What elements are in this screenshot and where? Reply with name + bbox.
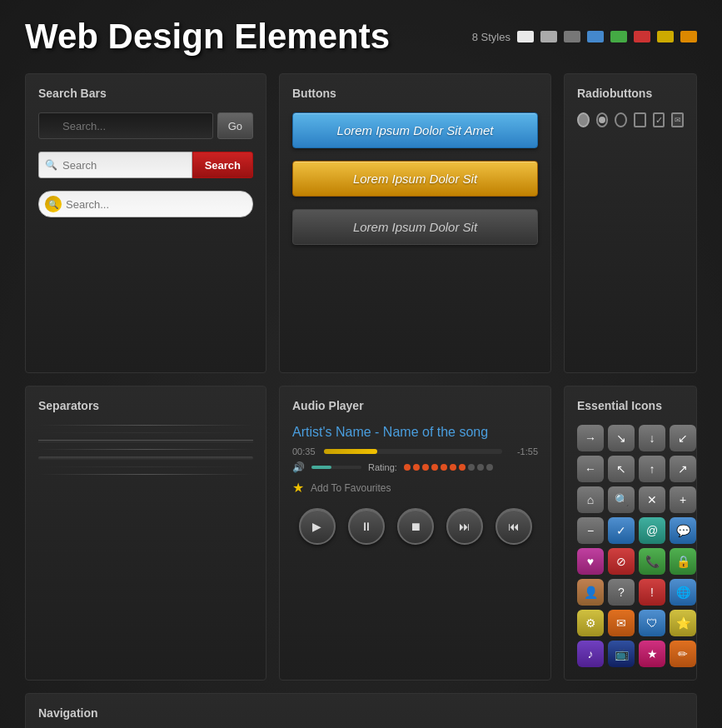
rating-dot-4	[431, 464, 438, 471]
user-icon[interactable]: 👤	[577, 579, 604, 606]
no-icon[interactable]: ⊘	[608, 548, 635, 575]
button-blue[interactable]: Lorem Ipsum Dolor Sit Amet	[292, 112, 538, 148]
player-controls: ▶ ⏸ ⏹ ⏭ ⏮	[292, 508, 538, 545]
header: Web Design Elements 8 Styles	[25, 17, 697, 57]
fav-icon[interactable]: ★	[639, 641, 665, 667]
progress-row: 00:35 -1:55	[292, 446, 538, 456]
artist-dash: -	[375, 425, 379, 439]
checkbox-empty[interactable]	[634, 112, 646, 127]
essential-icons-panel: Essential Icons → ↘ ↓ ↙ ← ↖ ↑ ↗ ⌂ 🔍 ✕ + …	[564, 386, 697, 681]
search-input-3-wrapper: 🔍	[38, 191, 253, 217]
separator-4	[38, 449, 253, 450]
arrow-up-left-icon[interactable]: ↖	[608, 456, 635, 482]
volume-icon[interactable]: 🔊	[292, 461, 305, 473]
pause-button[interactable]: ⏸	[348, 508, 385, 545]
separator-1	[38, 425, 253, 426]
radio-row: ✓ ✉	[577, 112, 684, 127]
swatch-red[interactable]	[634, 31, 650, 42]
separator-7	[38, 474, 253, 475]
button-dark[interactable]: Lorem Ipsum Dolor Sit	[292, 209, 538, 245]
play-button[interactable]: ▶	[299, 508, 336, 545]
home-icon[interactable]: ⌂	[577, 486, 604, 513]
search-input-2[interactable]	[38, 152, 192, 178]
add-icon[interactable]: +	[670, 486, 696, 513]
chat-icon[interactable]: 💬	[670, 517, 696, 544]
lock-icon[interactable]: 🔒	[670, 548, 696, 575]
search-input-3[interactable]	[38, 191, 253, 217]
button-gold[interactable]: Lorem Ipsum Dolor Sit	[292, 161, 538, 197]
search-bars-title: Search Bars	[38, 87, 253, 100]
page-title: Web Design Elements	[25, 17, 390, 57]
swatch-gray1[interactable]	[540, 31, 557, 42]
volume-bar[interactable]	[311, 466, 361, 469]
phone-icon[interactable]: 📞	[639, 548, 665, 575]
audio-player-panel: Audio Player Artist's Name - Name of the…	[279, 386, 551, 681]
arrow-right-icon[interactable]: →	[577, 425, 604, 451]
search-input-1-wrapper: 🔍	[38, 112, 213, 139]
swatch-blue[interactable]	[587, 31, 604, 42]
forward-button[interactable]: ⏭	[446, 508, 483, 545]
arrow-down-left-icon[interactable]: ↙	[670, 425, 696, 451]
search-button-red[interactable]: Search	[192, 152, 253, 178]
question-icon[interactable]: ?	[608, 579, 635, 606]
arrow-left-icon[interactable]: ←	[577, 456, 604, 482]
progress-bar[interactable]	[324, 449, 502, 454]
artist-name: Artist's Name	[292, 425, 371, 439]
arrow-up-right-icon[interactable]: ↗	[670, 456, 696, 482]
search-input-2-wrapper: 🔍	[38, 152, 192, 178]
tv-icon[interactable]: 📺	[608, 641, 635, 667]
swatch-gray2[interactable]	[564, 31, 580, 42]
swatch-orange[interactable]	[680, 31, 697, 42]
audio-artist-song: Artist's Name - Name of the song	[292, 425, 538, 440]
swatch-gold[interactable]	[657, 31, 674, 42]
audio-player-title: Audio Player	[292, 399, 538, 412]
rating-dot-10	[486, 464, 493, 471]
exclaim-icon[interactable]: !	[639, 579, 665, 606]
swatch-green[interactable]	[610, 31, 627, 42]
buttons-title: Buttons	[292, 87, 538, 100]
navigation-title: Navigation	[38, 706, 684, 720]
shield-icon[interactable]: 🛡	[639, 610, 665, 636]
separator-6	[38, 466, 253, 467]
rating-dot-8	[468, 464, 475, 471]
rewind-button[interactable]: ⏮	[495, 508, 532, 545]
at-icon[interactable]: @	[639, 517, 665, 544]
favourites-row: ★ Add To Favourites	[292, 480, 538, 496]
edit-icon[interactable]: ✏	[670, 641, 696, 667]
separator-2	[38, 432, 253, 433]
go-button[interactable]: Go	[217, 112, 253, 139]
arrow-up-icon[interactable]: ↑	[639, 456, 665, 482]
arrow-down-right-icon[interactable]: ↘	[608, 425, 635, 451]
checkbox-checked[interactable]: ✓	[653, 112, 665, 127]
stop-button[interactable]: ⏹	[397, 508, 434, 545]
progress-fill	[324, 449, 377, 454]
checkbox-email[interactable]: ✉	[671, 112, 684, 127]
radio-empty[interactable]	[615, 112, 627, 127]
rating-dot-1	[404, 464, 411, 471]
essential-icons-title: Essential Icons	[577, 399, 684, 412]
separator-3	[38, 440, 253, 442]
close-icon[interactable]: ✕	[639, 486, 665, 513]
rating-dot-3	[422, 464, 429, 471]
search-input-1[interactable]	[38, 112, 213, 139]
mail-icon[interactable]: ✉	[608, 610, 635, 636]
globe-icon[interactable]: 🌐	[670, 579, 696, 606]
check-icon[interactable]: ✓	[608, 517, 635, 544]
search-bar-2: 🔍 Search	[38, 152, 253, 178]
time-end: -1:55	[509, 446, 538, 456]
arrow-down-icon[interactable]: ↓	[639, 425, 665, 451]
radio-selected[interactable]	[596, 112, 609, 127]
styles-section: 8 Styles	[472, 31, 697, 43]
gear-icon[interactable]: ⚙	[577, 610, 604, 636]
time-start: 00:35	[292, 446, 317, 456]
radio-filled[interactable]	[577, 112, 590, 127]
search-icon[interactable]: 🔍	[608, 486, 635, 513]
volume-fill	[311, 466, 331, 469]
song-name: Name of the song	[383, 425, 488, 439]
favourites-text[interactable]: Add To Favourites	[311, 482, 391, 494]
minus-icon[interactable]: −	[577, 517, 604, 544]
star-icon-2[interactable]: ⭐	[670, 610, 696, 636]
heart-icon[interactable]: ♥	[577, 548, 604, 575]
music-icon[interactable]: ♪	[577, 641, 604, 667]
swatch-white[interactable]	[517, 31, 534, 42]
